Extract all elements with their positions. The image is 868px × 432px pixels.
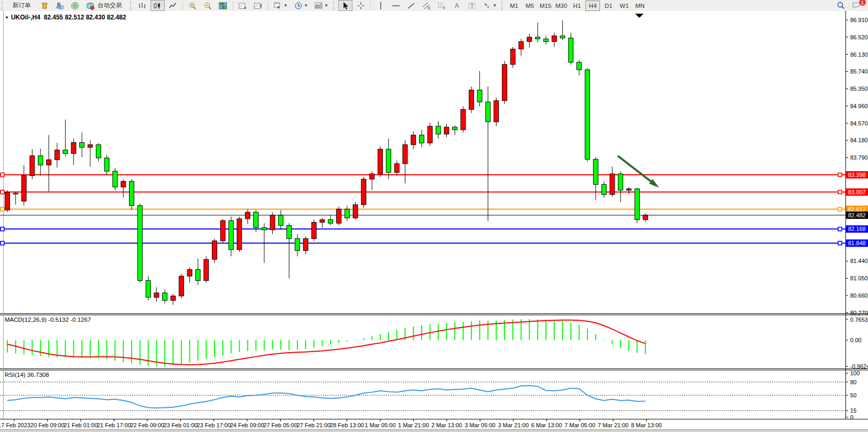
svg-text:-0.9624: -0.9624 bbox=[850, 363, 868, 370]
chart-title: ▼UKOil-,H4 82.455 82.512 82.430 82.482 bbox=[5, 14, 126, 21]
new-chart-icon bbox=[274, 1, 283, 10]
horizontal-line-icon[interactable] bbox=[389, 0, 403, 11]
candle-body bbox=[163, 293, 167, 300]
price-chart-canvas[interactable]: 83.39883.00782.61782.16881.84882.48286.9… bbox=[0, 11, 868, 432]
candle-body bbox=[494, 101, 499, 122]
candle-body bbox=[469, 90, 474, 110]
cursor-icon[interactable] bbox=[338, 0, 352, 11]
collapse-triangle-icon[interactable]: ▼ bbox=[5, 15, 9, 20]
chart-line-icon[interactable] bbox=[166, 0, 180, 11]
svg-text:83.398: 83.398 bbox=[848, 172, 866, 178]
candle-body bbox=[47, 160, 51, 165]
svg-text:81.440: 81.440 bbox=[850, 258, 868, 264]
auto-scroll-icon[interactable] bbox=[236, 0, 250, 11]
text-label-icon[interactable]: T bbox=[465, 0, 479, 11]
new-chart-button[interactable]: ▼ bbox=[271, 0, 291, 11]
new-order-button[interactable]: 新订单 bbox=[7, 0, 37, 11]
notifications-button[interactable]: 1 bbox=[849, 0, 863, 11]
candle-body bbox=[113, 171, 117, 187]
crosshair-icon[interactable] bbox=[353, 0, 368, 11]
timeframe-button-m15[interactable]: M15 bbox=[538, 1, 553, 11]
candle-body bbox=[63, 150, 68, 154]
svg-text:23 Feb 17:00: 23 Feb 17:00 bbox=[197, 422, 231, 428]
main-toolbar: 新订单 自动交易 ▼ ▼ ▼ bbox=[0, 0, 868, 12]
candle-body bbox=[254, 212, 259, 227]
svg-text:85.350: 85.350 bbox=[850, 86, 868, 92]
arrows-icon bbox=[483, 1, 491, 10]
arrows-button[interactable]: ▼ bbox=[480, 0, 499, 11]
svg-text:8 Mar 13:00: 8 Mar 13:00 bbox=[631, 422, 662, 428]
timeframe-button-m1[interactable]: M1 bbox=[507, 1, 521, 11]
candle-body bbox=[386, 149, 391, 173]
candle-body bbox=[187, 269, 192, 276]
svg-text:50: 50 bbox=[850, 392, 856, 398]
svg-text:80: 80 bbox=[850, 379, 856, 385]
candle-body bbox=[245, 212, 250, 219]
fibonacci-icon[interactable]: F bbox=[434, 0, 448, 11]
svg-text:0.00: 0.00 bbox=[850, 337, 861, 343]
vertical-line-icon[interactable] bbox=[373, 0, 388, 11]
candle-body bbox=[643, 215, 648, 220]
navigator-icon[interactable] bbox=[53, 0, 67, 11]
notification-badge: 1 bbox=[859, 0, 866, 6]
timeframe-button-mn[interactable]: MN bbox=[633, 1, 647, 11]
candle-body bbox=[535, 37, 540, 39]
toolbar-grip[interactable] bbox=[333, 2, 336, 10]
macd-indicator-label: MACD(12,26,9) -0.5132 -0.1267 bbox=[5, 317, 91, 323]
candle-body bbox=[560, 36, 565, 38]
candle-body bbox=[502, 65, 507, 101]
zoom-in-icon[interactable] bbox=[186, 0, 200, 11]
text-icon[interactable]: A bbox=[449, 0, 464, 11]
candle-body bbox=[5, 192, 10, 210]
timeframe-button-h4[interactable]: H4 bbox=[585, 1, 600, 11]
new-order-label: 新订单 bbox=[9, 2, 34, 9]
indicators-button[interactable]: ▼ bbox=[312, 0, 331, 11]
chart-bars-icon[interactable] bbox=[135, 0, 149, 11]
toolbar-grip[interactable] bbox=[130, 2, 133, 10]
autotrading-icon bbox=[86, 1, 95, 10]
toolbar-grip[interactable] bbox=[501, 2, 505, 10]
autotrading-label: 自动交易 bbox=[95, 2, 125, 9]
chart-candles-icon[interactable] bbox=[151, 0, 165, 11]
svg-text:6 Mar 13:00: 6 Mar 13:00 bbox=[531, 422, 562, 428]
candle-body bbox=[121, 181, 126, 187]
chart-shift-icon[interactable] bbox=[251, 0, 265, 11]
candle-body bbox=[154, 293, 159, 297]
candle-body bbox=[71, 143, 76, 154]
candle-body bbox=[30, 156, 35, 176]
candle-body bbox=[510, 49, 515, 64]
candle-body bbox=[436, 126, 441, 134]
timeframe-button-w1[interactable]: W1 bbox=[617, 1, 631, 11]
period-button[interactable]: ▼ bbox=[291, 0, 310, 11]
search-icon[interactable] bbox=[834, 0, 848, 11]
candle-body bbox=[345, 209, 349, 218]
svg-text:27 Feb 21:00: 27 Feb 21:00 bbox=[297, 422, 331, 428]
timeframe-button-m5[interactable]: M5 bbox=[522, 1, 537, 11]
timeframe-button-d1[interactable]: D1 bbox=[601, 1, 616, 11]
trendline-icon[interactable] bbox=[404, 0, 418, 11]
candle-body bbox=[171, 296, 176, 300]
equidistant-channel-icon[interactable]: E bbox=[419, 0, 433, 11]
svg-text:0.7653: 0.7653 bbox=[850, 317, 868, 323]
svg-text:22 Feb 09:00: 22 Feb 09:00 bbox=[130, 422, 164, 428]
candle-body bbox=[55, 150, 59, 160]
candle-body bbox=[96, 145, 101, 158]
candle-body bbox=[593, 159, 598, 184]
candle-body bbox=[179, 276, 184, 296]
candle-body bbox=[635, 189, 639, 220]
toolbar-grip[interactable] bbox=[2, 2, 5, 10]
dropdown-arrow-icon: ▼ bbox=[304, 3, 308, 8]
svg-text:81.848: 81.848 bbox=[848, 240, 866, 246]
timeframe-button-m30[interactable]: M30 bbox=[554, 1, 569, 11]
timeframe-button-h1[interactable]: H1 bbox=[570, 1, 584, 11]
tile-windows-icon[interactable] bbox=[216, 0, 230, 11]
candle-body bbox=[569, 38, 573, 62]
svg-text:23 Feb 01:00: 23 Feb 01:00 bbox=[164, 422, 198, 428]
zoom-out-icon[interactable] bbox=[201, 0, 215, 11]
candle-body bbox=[38, 156, 43, 165]
dropdown-arrow-icon: ▼ bbox=[284, 3, 288, 8]
autotrading-button[interactable]: 自动交易 bbox=[83, 0, 128, 11]
market-watch-icon[interactable] bbox=[38, 0, 52, 11]
signals-icon[interactable] bbox=[68, 0, 82, 11]
candle-body bbox=[486, 102, 490, 122]
